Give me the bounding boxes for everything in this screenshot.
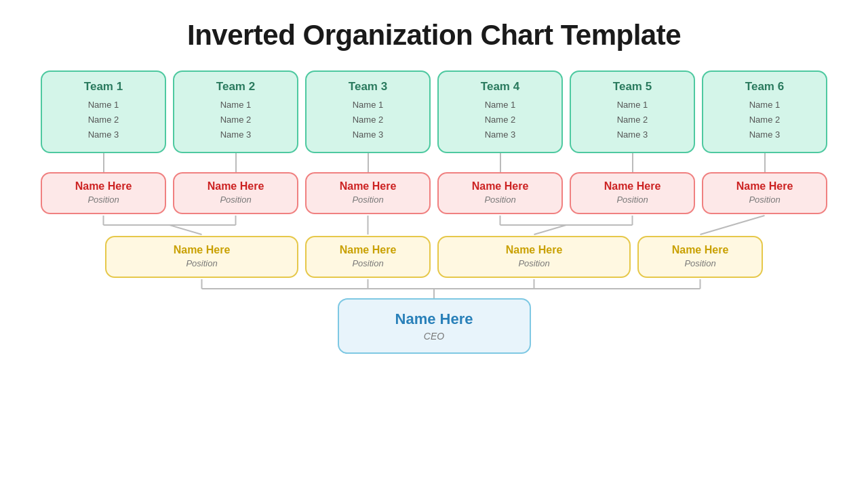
manager-position-5: Position: [578, 195, 687, 205]
connector-cell-6: [702, 153, 827, 172]
member-name: Name 2: [578, 113, 687, 127]
lead-position-3: Position: [446, 258, 623, 268]
manager-position-6: Position: [710, 195, 819, 205]
member-name: Name 2: [49, 113, 158, 127]
lead-box-4: Name Here Position: [637, 236, 763, 278]
connector-svg-2: [0, 214, 868, 236]
member-name: Name 2: [710, 113, 819, 127]
team-box-5: Team 5 Name 1Name 2Name 3: [570, 70, 695, 153]
managers-row: Name Here Position Name Here Position Na…: [0, 172, 868, 214]
member-name: Name 2: [181, 113, 290, 127]
manager-position-4: Position: [446, 195, 555, 205]
member-name: Name 1: [446, 98, 555, 113]
manager-box-1: Name Here Position: [41, 172, 166, 214]
team-title-2: Team 2: [181, 80, 290, 94]
team-title-4: Team 4: [446, 80, 555, 94]
member-name: Name 2: [446, 113, 555, 127]
manager-position-2: Position: [181, 195, 290, 205]
ceo-row: Name Here CEO: [0, 298, 868, 354]
v-line-4: [500, 153, 501, 172]
manager-name-2: Name Here: [181, 180, 290, 192]
ceo-box: Name Here CEO: [338, 298, 531, 354]
manager-position-3: Position: [313, 195, 422, 205]
svg-line-8: [534, 225, 567, 235]
v-line-2: [235, 153, 237, 172]
team-box-4: Team 4 Name 1Name 2Name 3: [437, 70, 563, 153]
teams-row: Team 1 Name 1Name 2Name 3 Team 2 Name 1N…: [0, 70, 868, 153]
lead-position-2: Position: [313, 258, 422, 268]
connector-cell-4: [437, 153, 563, 172]
lead-box-3: Name Here Position: [437, 236, 631, 278]
connector-cell-5: [570, 153, 695, 172]
member-name: Name 3: [49, 127, 158, 142]
manager-name-3: Name Here: [313, 180, 422, 192]
connector-cell-2: [173, 153, 298, 172]
member-name: Name 2: [313, 113, 422, 127]
lead-box-2: Name Here Position: [305, 236, 431, 278]
team-title-5: Team 5: [578, 80, 687, 94]
connector-row-1: [0, 153, 868, 172]
v-line-5: [632, 153, 633, 172]
member-name: Name 1: [578, 98, 687, 113]
team-title-1: Team 1: [49, 80, 158, 94]
v-line-3: [368, 153, 369, 172]
manager-name-5: Name Here: [578, 180, 687, 192]
member-name: Name 3: [313, 127, 422, 142]
manager-name-6: Name Here: [710, 180, 819, 192]
team-box-1: Team 1 Name 1Name 2Name 3: [41, 70, 166, 153]
member-name: Name 3: [446, 127, 555, 142]
lead-name-1: Name Here: [113, 244, 290, 256]
team-box-3: Team 3 Name 1Name 2Name 3: [305, 70, 431, 153]
manager-name-1: Name Here: [49, 180, 158, 192]
ceo-name: Name Here: [346, 310, 523, 328]
connector-svg-3: [0, 278, 868, 298]
manager-box-5: Name Here Position: [570, 172, 695, 214]
page-title: Inverted Organization Chart Template: [187, 19, 681, 52]
member-name: Name 1: [181, 98, 290, 113]
connector-row-3: [0, 278, 868, 298]
member-name: Name 1: [313, 98, 422, 113]
lead-position-1: Position: [113, 258, 290, 268]
member-name: Name 3: [578, 127, 687, 142]
manager-box-3: Name Here Position: [305, 172, 431, 214]
connector-row-2: [0, 214, 868, 236]
ceo-position: CEO: [346, 331, 523, 342]
team-box-6: Team 6 Name 1Name 2Name 3: [702, 70, 827, 153]
leads-row: Name Here Position Name Here Position Na…: [0, 236, 868, 278]
v-line-1: [103, 153, 104, 172]
lead-name-3: Name Here: [446, 244, 623, 256]
connector-cell-3: [305, 153, 431, 172]
team-box-2: Team 2 Name 1Name 2Name 3: [173, 70, 298, 153]
v-line-6: [764, 153, 766, 172]
lead-position-4: Position: [646, 258, 755, 268]
manager-name-4: Name Here: [446, 180, 555, 192]
svg-line-3: [170, 225, 202, 235]
member-name: Name 1: [49, 98, 158, 113]
member-name: Name 3: [710, 127, 819, 142]
connector-cell-1: [41, 153, 166, 172]
team-title-3: Team 3: [313, 80, 422, 94]
lead-name-2: Name Here: [313, 244, 422, 256]
member-name: Name 3: [181, 127, 290, 142]
manager-box-6: Name Here Position: [702, 172, 827, 214]
manager-box-4: Name Here Position: [437, 172, 563, 214]
manager-position-1: Position: [49, 195, 158, 205]
manager-box-2: Name Here Position: [173, 172, 298, 214]
team-title-6: Team 6: [710, 80, 819, 94]
lead-box-1: Name Here Position: [105, 236, 298, 278]
svg-line-9: [701, 216, 765, 235]
member-name: Name 1: [710, 98, 819, 113]
lead-name-4: Name Here: [646, 244, 755, 256]
